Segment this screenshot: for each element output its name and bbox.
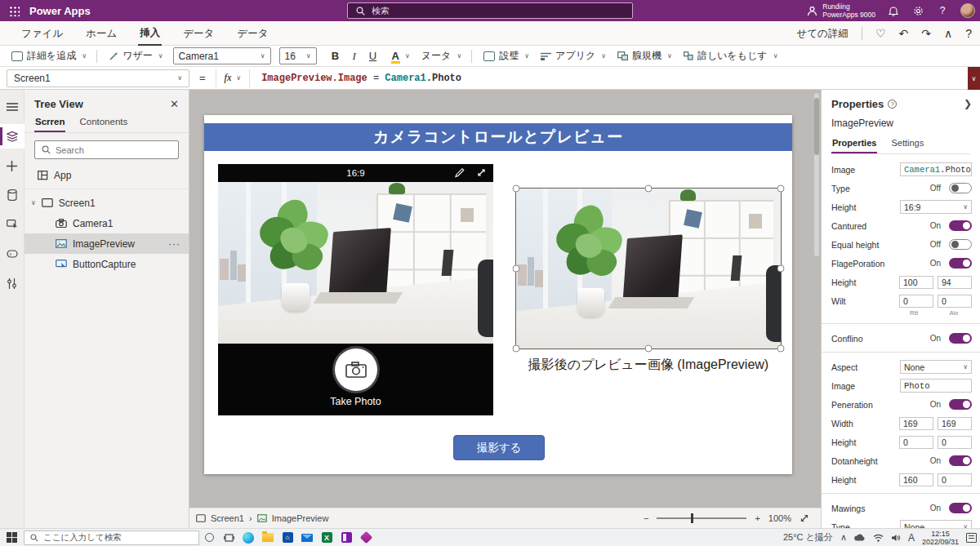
user-avatar[interactable]: [960, 3, 975, 18]
app-screen-canvas[interactable]: カメラコントロールとプレビュー 16:9: [204, 115, 792, 474]
mawings-toggle[interactable]: [949, 503, 972, 513]
aspect-dropdown[interactable]: None∨: [900, 360, 972, 374]
onedrive-cloud-icon[interactable]: [854, 534, 866, 541]
rail-hamburger-icon[interactable]: [0, 95, 24, 119]
dotanheight-toggle[interactable]: [949, 455, 972, 466]
all-details-label[interactable]: せての詳細: [797, 27, 849, 41]
bold-button[interactable]: B: [328, 50, 343, 62]
panel-collapse-chevron-icon[interactable]: ❯: [964, 98, 972, 109]
tree-item-screen1[interactable]: ∨ Screen1: [24, 193, 189, 213]
height-input-1[interactable]: [899, 276, 933, 289]
waffle-menu-icon[interactable]: [8, 5, 20, 16]
italic-button[interactable]: I: [347, 50, 362, 63]
height-dropdown[interactable]: 16:9∨: [900, 200, 972, 214]
info-icon[interactable]: ?: [888, 100, 897, 109]
feedback-heart-icon[interactable]: ♡: [875, 27, 886, 40]
collapse-ribbon-icon[interactable]: ∧: [944, 27, 952, 40]
zoom-slider[interactable]: [657, 517, 746, 519]
underline-button[interactable]: U: [366, 50, 381, 62]
wilt-input-1[interactable]: [899, 295, 933, 308]
rail-insert-icon[interactable]: [0, 153, 24, 178]
taskbar-search-input[interactable]: ここに入力して検索: [24, 530, 199, 545]
selection-handle[interactable]: [777, 185, 785, 193]
edge-button[interactable]: [238, 529, 258, 546]
pencil-icon[interactable]: [454, 167, 465, 178]
tree-view-close-icon[interactable]: ✕: [170, 98, 179, 110]
tab-properties[interactable]: Properties: [831, 135, 877, 153]
type-dropdown[interactable]: None∨: [900, 520, 972, 528]
width-input-1[interactable]: [899, 417, 933, 430]
help-button[interactable]: ?: [936, 4, 949, 17]
selection-handle[interactable]: [645, 345, 653, 353]
height3-input-1[interactable]: [899, 473, 933, 486]
capture-button-control[interactable]: 撮影する: [453, 435, 545, 460]
selection-handle[interactable]: [777, 345, 785, 353]
take-photo-button[interactable]: [335, 348, 377, 391]
height2-input-1[interactable]: [899, 436, 933, 449]
height3-input-2[interactable]: [938, 473, 972, 486]
settings-button[interactable]: [911, 4, 924, 17]
clock[interactable]: 12:15 2022/09/31: [922, 530, 959, 546]
apps-tool-button[interactable]: アプリク∨: [541, 49, 606, 63]
file-explorer-button[interactable]: [258, 529, 278, 546]
peneration-toggle[interactable]: [949, 399, 972, 410]
fx-property-dropdown[interactable]: fx∨: [216, 69, 251, 87]
selection-handle[interactable]: [645, 185, 653, 193]
selection-handle[interactable]: [513, 265, 520, 273]
image-preview-control[interactable]: [516, 189, 781, 348]
zoom-level-label[interactable]: 100%: [768, 513, 791, 523]
tree-item-buttoncapture[interactable]: ButtonCapture: [24, 254, 189, 274]
tree-item-camera1[interactable]: Camera1: [24, 213, 189, 233]
camera-control[interactable]: 16:9: [218, 164, 493, 415]
share-tool-button[interactable]: 腺規機∨: [617, 49, 672, 63]
tab-screens[interactable]: Scrren: [34, 113, 65, 132]
object-selector-dropdown[interactable]: Screen1∨: [7, 69, 189, 87]
start-button[interactable]: [7, 532, 17, 543]
rail-data-icon[interactable]: [0, 183, 24, 207]
rail-advanced-tools-icon[interactable]: x: [0, 242, 24, 266]
excel-button[interactable]: X: [317, 529, 336, 546]
flageporation-toggle[interactable]: [949, 258, 972, 269]
menu-home[interactable]: ホーム: [84, 22, 118, 45]
notifications-button[interactable]: [887, 4, 900, 17]
store-button[interactable]: ⌂: [278, 529, 297, 546]
image-formula-input[interactable]: Camera1.Photo: [900, 162, 972, 176]
onenote-button[interactable]: [336, 529, 356, 546]
tree-item-imagepreview[interactable]: ImagePreview ···: [24, 233, 189, 254]
selection-handle[interactable]: [777, 265, 785, 273]
wifi-icon[interactable]: [873, 534, 884, 542]
formula-input[interactable]: ImagePreview.Image = Camera1.Photo: [261, 73, 461, 84]
theme-button[interactable]: ヌータ∨: [421, 49, 461, 63]
height-input-2[interactable]: [938, 276, 972, 289]
settings-tool-button[interactable]: 設璧∨: [483, 49, 529, 63]
chevron-down-icon[interactable]: ∨: [31, 199, 36, 206]
speaker-icon[interactable]: [891, 534, 901, 542]
cantured-toggle[interactable]: [949, 220, 972, 231]
canvas-scrollbar[interactable]: [814, 93, 819, 256]
type-toggle[interactable]: [949, 183, 972, 193]
expand-icon[interactable]: [476, 167, 487, 178]
menu-data1[interactable]: データ: [181, 22, 216, 45]
item-ellipsis-menu[interactable]: ···: [168, 238, 180, 250]
scrollbar-thumb[interactable]: [814, 98, 819, 155]
help-icon[interactable]: ?: [965, 27, 972, 40]
breadcrumb-screen[interactable]: Screen1: [211, 513, 244, 523]
formula-bar-expand-button[interactable]: ∨: [968, 67, 980, 90]
wizard-button[interactable]: ワザー∨: [109, 49, 163, 63]
wilt-input-2[interactable]: [938, 295, 972, 308]
conflino-toggle[interactable]: [949, 333, 972, 344]
hidden-icons-chevron[interactable]: ∧: [840, 532, 847, 543]
screen-title-banner[interactable]: カメラコントロールとプレビュー: [204, 123, 792, 151]
mail-button[interactable]: [297, 529, 317, 546]
breadcrumb-control[interactable]: ImagePreview: [272, 513, 329, 523]
font-size-dropdown[interactable]: 16∨: [279, 47, 317, 64]
ime-mode-label[interactable]: A: [908, 532, 915, 544]
tab-settings[interactable]: Settings: [890, 135, 924, 153]
equal-height-toggle[interactable]: [949, 239, 972, 250]
power-apps-button[interactable]: [356, 529, 376, 546]
rail-media-icon[interactable]: [0, 212, 24, 237]
selection-handle[interactable]: [513, 345, 520, 353]
menu-file[interactable]: ファイル: [20, 22, 65, 45]
tree-search-input[interactable]: Search: [34, 140, 179, 159]
font-color-button[interactable]: A∨: [392, 50, 410, 62]
